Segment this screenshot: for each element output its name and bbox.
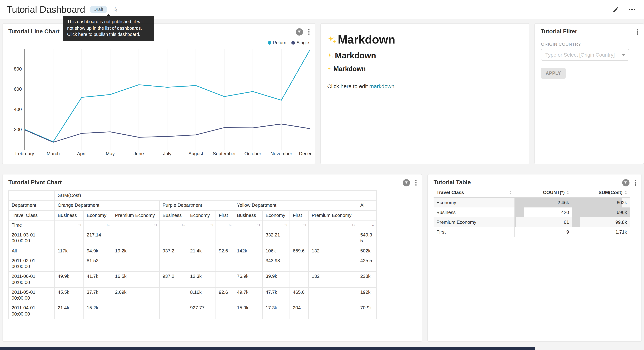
pivot-row: 2011-02-01 00:00:0081.52343.98425.5 (8, 256, 376, 272)
pivot-value-cell: 37.7k (84, 288, 112, 303)
sort-icon[interactable]: ↑↓ (78, 222, 81, 227)
markdown-heading-3: Markdown (327, 65, 522, 73)
pivot-value-cell: 47.7k (262, 288, 290, 303)
sparkles-icon (327, 66, 332, 72)
pivot-class-header (357, 210, 376, 220)
origin-country-select[interactable]: Type or Select [Origin Country] (541, 49, 629, 60)
sort-carets-icon[interactable] (567, 190, 569, 194)
pivot-value-cell: 49.7k (234, 288, 262, 303)
sort-icon[interactable]: ↑↓ (257, 222, 260, 227)
pivot-row-label: All (8, 246, 54, 256)
sort-carets-icon[interactable] (625, 190, 627, 194)
pivot-corner-cell (8, 190, 54, 200)
x-axis-label: March (46, 151, 60, 156)
x-axis-label: June (134, 151, 144, 156)
travel-class-cell: Economy (434, 198, 514, 208)
x-axis-label: February (15, 151, 34, 156)
filter-card: Tutorial Filter ORIGIN COUNTRY Type or S… (534, 23, 644, 164)
pivot-class-row: Travel ClassBusinessEconomyPremium Econo… (8, 210, 376, 220)
filter-scope-icon[interactable] (402, 179, 410, 186)
pivot-value-cell: 81.52 (84, 256, 112, 272)
favorite-star-icon[interactable]: ☆ (112, 6, 118, 13)
pivot-kebab-icon[interactable] (414, 179, 418, 186)
sort-carets-icon[interactable] (510, 190, 512, 194)
pivot-chart-card: Tutorial Pivot Chart SUM(Cost)Department… (2, 174, 422, 342)
markdown-edit-link[interactable]: markdown (369, 83, 394, 89)
pivot-value-cell: 217.14 (84, 230, 112, 246)
draft-badge[interactable]: Draft (90, 6, 107, 13)
pivot-value-cell: 8.16k (187, 288, 216, 303)
markdown-heading-3-text: Markdown (334, 65, 366, 73)
pivot-department-row: DepartmentOrange DepartmentPurple Depart… (8, 200, 376, 210)
pivot-class-header: Economy (84, 210, 112, 220)
y-axis-label: 400 (14, 107, 22, 112)
sort-icon[interactable]: ↑↓ (210, 222, 213, 227)
pivot-class-header: Premium Economy (112, 210, 160, 220)
filter-scope-icon[interactable] (296, 28, 303, 36)
sum-cell: 696k (572, 208, 630, 217)
x-axis-label: November (270, 151, 292, 156)
cell-bar (514, 227, 515, 237)
cell-bar (572, 227, 572, 237)
table-row: Business420696k (434, 208, 630, 217)
pivot-class-header: First (216, 210, 234, 220)
pivot-value-cell (308, 230, 357, 246)
pivot-class-header: Economy (262, 210, 290, 220)
filter-kebab-icon[interactable] (636, 28, 639, 36)
pivot-time-label: Time (8, 220, 54, 230)
pivot-sort-cell: ↑↓ (234, 220, 262, 230)
pivot-sort-cell: ↑↓ (290, 220, 308, 230)
pivot-value-cell: 21.4k (187, 246, 216, 256)
sort-icon[interactable]: ↑↓ (154, 222, 157, 227)
travel-class-cell: First (434, 227, 514, 237)
markdown-edit-prefix: Click here to edit (327, 83, 369, 89)
pivot-row-label: 2011-04-01 00:00:00 (8, 303, 54, 319)
legend-item-single[interactable]: Single (292, 40, 309, 45)
pivot-value-cell: 49.9k (54, 272, 84, 288)
column-header-count[interactable]: COUNT(*) (514, 188, 572, 198)
table-title: Tutorial Table (434, 179, 471, 186)
pivot-value-cell: 45.5k (54, 288, 84, 303)
more-menu-icon[interactable] (627, 7, 637, 12)
sort-icon[interactable]: ↑↓ (303, 222, 306, 227)
pivot-value-cell (54, 256, 84, 272)
data-table: Travel ClassCOUNT(*)SUM(Cost)Economy2.46… (434, 188, 630, 237)
pivot-value-cell: 132 (308, 246, 357, 256)
pivot-measure-row: SUM(Cost) (8, 190, 376, 200)
sort-icon[interactable]: ↑↓ (284, 222, 287, 227)
pivot-value-cell (290, 230, 308, 246)
column-label: SUM(Cost) (598, 190, 622, 195)
sort-icon[interactable]: ↑↓ (106, 222, 110, 227)
pivot-value-cell: 76.9k (234, 272, 262, 288)
pivot-value-cell: 192k (357, 288, 376, 303)
apply-button[interactable]: APPLY (541, 68, 566, 79)
table-card: Tutorial Table Travel ClassCOUNT(*)SUM(C… (428, 174, 642, 342)
table-row: First91.71k (434, 227, 630, 237)
sort-icon[interactable]: ↑↓ (182, 222, 185, 227)
pivot-row: All117k94.9k19.2k937.221.4k92.6142k106k6… (8, 246, 376, 256)
pivot-row-label: 2011-03-01 00:00:00 (8, 230, 54, 246)
legend-item-return[interactable]: Return (268, 40, 286, 45)
sort-icon[interactable]: ↑↓ (352, 222, 355, 227)
pivot-value-cell (54, 230, 84, 246)
sum-cell: 602k (572, 198, 630, 208)
table-kebab-icon[interactable] (634, 179, 637, 186)
column-header-travel-class[interactable]: Travel Class (434, 188, 514, 198)
sort-icon[interactable]: ↑↓ (228, 222, 232, 227)
filter-scope-icon[interactable] (622, 179, 629, 186)
column-header-sum-cost[interactable]: SUM(Cost) (572, 188, 630, 198)
sort-desc-icon[interactable]: ↓ (372, 222, 374, 227)
x-axis-label: August (188, 151, 203, 156)
markdown-heading-2-text: Markdown (335, 51, 376, 60)
sparkles-icon (327, 35, 337, 44)
pivot-measure-label: SUM(Cost) (54, 190, 376, 200)
pivot-value-cell (216, 230, 234, 246)
pivot-value-cell (216, 303, 234, 319)
edit-pencil-icon[interactable] (612, 6, 619, 13)
pivot-row: 2011-05-01 00:00:0045.5k37.7k2.69k8.16k9… (8, 288, 376, 303)
markdown-heading-1: Markdown (327, 33, 522, 46)
chart-kebab-icon[interactable] (307, 28, 310, 36)
pivot-row-label: 2011-06-01 00:00:00 (8, 272, 54, 288)
pivot-table: SUM(Cost)DepartmentOrange DepartmentPurp… (8, 190, 376, 319)
filter-card-actions (636, 28, 639, 36)
